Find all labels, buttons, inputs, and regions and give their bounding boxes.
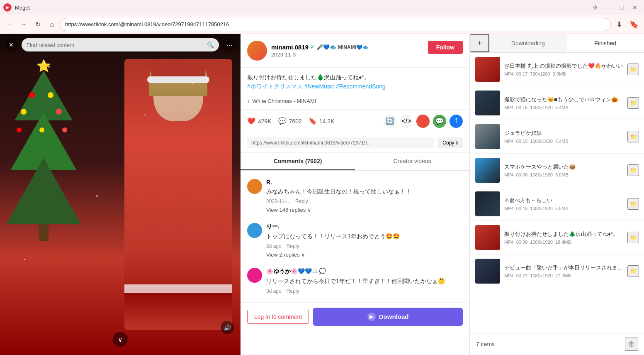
trash-button[interactable]: 🗑 bbox=[625, 338, 638, 351]
item-meta: MP4 00:15 1080x1920 5.5MB bbox=[504, 206, 623, 211]
video-close-button[interactable]: ✕ bbox=[5, 39, 17, 51]
view-replies-button[interactable]: View 146 replies ∨ bbox=[266, 207, 463, 213]
comment-date: 2d ago bbox=[266, 243, 282, 249]
comments-section: R. みなみちゃん！今日誕生日なの！祝って欲しいなぁ！！ 2023-11-...… bbox=[241, 171, 469, 302]
item-thumbnail bbox=[475, 158, 500, 183]
download-item: ⚠食べ方も←らしい MP4 00:15 1080x1920 5.5MB 📁 bbox=[470, 187, 644, 221]
page-download-button[interactable]: ⬇ bbox=[612, 18, 626, 31]
action-icons: 🔄 </> 🔻 💬 f bbox=[383, 115, 463, 128]
author-suffix: MINAMI💙🐟 bbox=[338, 44, 369, 50]
close-button[interactable]: ✕ bbox=[629, 2, 641, 13]
social-icon[interactable]: f bbox=[450, 115, 463, 128]
post-hashtags[interactable]: #ホワイトクリスマス #NewMusic #RecommendSong bbox=[247, 82, 463, 91]
video-background: ⭐ bbox=[0, 34, 241, 355]
item-meta: MP4 00:15 1080x1920 7.4MB bbox=[504, 139, 623, 144]
item-thumbnail bbox=[475, 57, 500, 82]
main-content: ✕ 🔍 ··· ⭐ bbox=[0, 34, 644, 355]
app-icon bbox=[3, 3, 12, 12]
view-replies-button[interactable]: View 2 replies ∨ bbox=[266, 252, 463, 258]
tab-creator-videos[interactable]: Creator videos bbox=[355, 153, 469, 170]
search-input[interactable] bbox=[27, 42, 204, 48]
tab-finished[interactable]: Finished bbox=[567, 34, 644, 52]
song-title: White Christmas - MINAMI bbox=[253, 98, 316, 104]
comment-user: りー. bbox=[266, 223, 463, 230]
back-button[interactable]: ← bbox=[3, 18, 16, 31]
refresh-button[interactable]: ↻ bbox=[32, 18, 44, 31]
item-meta: MP4 00:15 1080x1920 5.4MB bbox=[504, 105, 623, 110]
download-list: @日本橋 丸上 の振袖の撮影でした❤️🔥かわいい MP4 00:17 720x1… bbox=[470, 53, 644, 333]
volume-button[interactable]: 🔊 bbox=[221, 321, 234, 334]
item-title: ⚠食べ方も←らしい bbox=[504, 197, 623, 204]
panel-tabs: + Downloading Finished bbox=[470, 34, 644, 53]
bookmark-button[interactable]: 🔖 bbox=[627, 18, 641, 31]
comment-avatar bbox=[247, 179, 262, 194]
comment-action-icon[interactable]: 💬 bbox=[433, 115, 446, 128]
share-icon[interactable]: 🔄 bbox=[383, 115, 396, 128]
maximize-button[interactable]: □ bbox=[616, 2, 627, 13]
tab-downloading[interactable]: Downloading bbox=[489, 34, 567, 52]
url-bar[interactable]: https://www.tiktok.com/@minami.0819/vide… bbox=[60, 18, 611, 31]
author-info: minami.0819 ✓ 🎤💙🐟 MINAMI💙🐟 2023-11-3 bbox=[247, 41, 369, 61]
reply-button[interactable]: Reply bbox=[295, 198, 308, 204]
save-icon[interactable]: 🔻 bbox=[416, 115, 430, 128]
comment-text: トップになってる！！リリース1年おめでとう🤩🤩 bbox=[266, 232, 463, 241]
open-folder-button[interactable]: 📁 bbox=[627, 265, 639, 277]
stats-bar: ❤️ 429K 💬 7602 🔖 14.2K 🔄 </> 🔻 💬 f bbox=[241, 109, 469, 133]
song-icon: ♪ bbox=[247, 98, 250, 104]
search-bar[interactable]: 🔍 bbox=[22, 38, 219, 51]
url-text: https://www.tiktok.com/@minami.0819/vide… bbox=[65, 21, 605, 27]
item-thumbnail bbox=[475, 225, 500, 250]
open-folder-button[interactable]: 📁 bbox=[627, 232, 639, 243]
heart-icon: ❤️ bbox=[247, 117, 255, 125]
bookmarks-stat: 🔖 14.2K bbox=[309, 117, 335, 125]
download-item: デビュー曲「繋いだ手」が本日リリースされます！ MP4 00:27 1080x1… bbox=[470, 255, 644, 288]
tab-comments[interactable]: Comments (7602) bbox=[241, 153, 355, 170]
follow-button[interactable]: Follow bbox=[428, 41, 463, 54]
author-date: 2023-11-3 bbox=[271, 51, 369, 58]
embed-icon[interactable]: </> bbox=[400, 115, 413, 128]
item-thumbnail bbox=[475, 191, 500, 216]
copy-link-button[interactable]: Copy li bbox=[437, 137, 463, 148]
post-footer: Log in to comment ▶ Download bbox=[241, 302, 469, 331]
login-button[interactable]: Log in to comment bbox=[247, 310, 309, 324]
download-item: @日本橋 丸上 の振袖の撮影でした❤️🔥かわいい MP4 00:17 720x1… bbox=[470, 53, 644, 86]
download-button[interactable]: ▶ Download bbox=[313, 308, 463, 326]
add-download-button[interactable]: + bbox=[470, 34, 489, 52]
home-button[interactable]: ⌂ bbox=[46, 18, 58, 31]
item-meta: MP4 00:08 1080x1920 3.0MB bbox=[504, 172, 623, 177]
forward-button[interactable]: → bbox=[17, 18, 30, 31]
item-info: スマホケースやっと届いた📦 MP4 00:08 1080x1920 3.0MB bbox=[504, 163, 623, 177]
scroll-down-button[interactable]: ∨ bbox=[113, 332, 128, 347]
title-bar: Meget ⚙ — □ ✕ bbox=[0, 0, 644, 15]
open-folder-button[interactable]: 📁 bbox=[627, 164, 639, 176]
bookmarks-count: 14.2K bbox=[319, 118, 335, 125]
item-title: ジェラピケ姉妹 bbox=[504, 130, 623, 137]
author-emoji: 🎤💙🐟 bbox=[316, 44, 336, 50]
browser-actions: ⬇ 🔖 bbox=[612, 18, 641, 31]
minimize-button[interactable]: — bbox=[603, 2, 614, 13]
author-name: minami.0819 ✓ 🎤💙🐟 MINAMI💙🐟 bbox=[271, 44, 369, 51]
reply-button[interactable]: Reply bbox=[287, 288, 299, 294]
verified-icon: ✓ bbox=[310, 44, 315, 50]
browser-bar: ← → ↻ ⌂ https://www.tiktok.com/@minami.0… bbox=[0, 15, 644, 34]
reply-button[interactable]: Reply bbox=[287, 243, 299, 249]
comment-icon: 💬 bbox=[278, 117, 287, 125]
download-item: 撮影で猫になった🐱■もう少しでハロウィン🎃 MP4 00:15 1080x192… bbox=[470, 86, 644, 120]
open-folder-button[interactable]: 📁 bbox=[627, 64, 639, 75]
video-panel: ✕ 🔍 ··· ⭐ bbox=[0, 34, 241, 355]
download-item: ジェラピケ姉妹 MP4 00:15 1080x1920 7.4MB 📁 bbox=[470, 120, 644, 154]
more-options-button[interactable]: ··· bbox=[223, 39, 236, 51]
comment-body: りー. トップになってる！！リリース1年おめでとう🤩🤩 2d ago Reply… bbox=[266, 223, 463, 258]
song-info: ♪ White Christmas - MINAMI bbox=[241, 96, 469, 109]
open-folder-button[interactable]: 📁 bbox=[627, 97, 639, 109]
avatar bbox=[247, 41, 267, 61]
open-folder-button[interactable]: 📁 bbox=[627, 198, 639, 210]
open-folder-button[interactable]: 📁 bbox=[627, 131, 639, 142]
search-icon-button[interactable]: 🔍 bbox=[207, 42, 214, 48]
comments-count: 7602 bbox=[289, 118, 302, 125]
comments-stat: 💬 7602 bbox=[278, 117, 302, 125]
comment-body: R. みなみちゃん！今日誕生日なの！祝って欲しいなぁ！！ 2023-11-...… bbox=[266, 179, 463, 213]
likes-stat: ❤️ 429K bbox=[247, 117, 272, 125]
settings-button[interactable]: ⚙ bbox=[589, 2, 601, 13]
item-title: 振り付けお待たせしました🌲沢山踊ってね♦*。 bbox=[504, 230, 623, 238]
